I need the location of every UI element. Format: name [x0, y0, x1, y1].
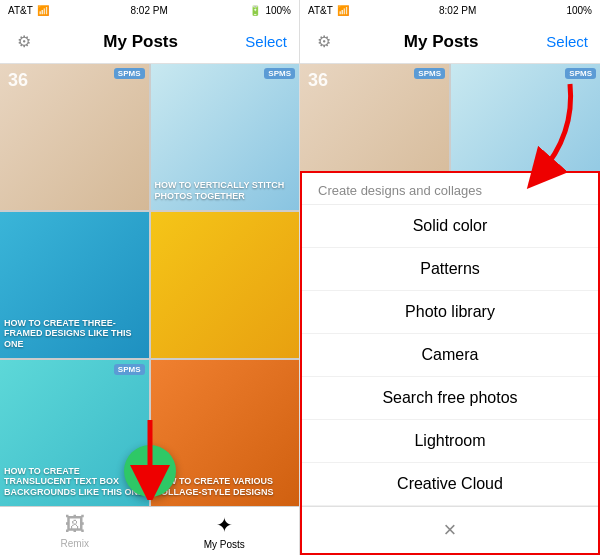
dropdown-item-camera[interactable]: Camera — [302, 334, 598, 377]
tile-text-2: How to Vertically Stitch photos together — [155, 180, 296, 202]
dropdown-item-photo-library[interactable]: Photo library — [302, 291, 598, 334]
dropdown-item-solid-color[interactable]: Solid color — [302, 205, 598, 248]
page-title-right: My Posts — [404, 32, 479, 52]
posts-grid-left: 36 SPMS SPMS How to Vertically Stitch ph… — [0, 64, 299, 506]
settings-icon-right[interactable]: ⚙ — [312, 30, 336, 54]
grid-cell-2[interactable]: SPMS How to Vertically Stitch photos tog… — [151, 64, 300, 210]
select-button-right[interactable]: Select — [546, 33, 588, 50]
tile-number-1: 36 — [8, 70, 28, 91]
left-panel: AT&T 📶 8:02 PM 🔋 100% ⚙ My Posts Select … — [0, 0, 300, 555]
dropdown-item-lightroom[interactable]: Lightroom — [302, 420, 598, 463]
grid-cell-4[interactable] — [151, 212, 300, 358]
dropdown-menu: Create designs and collages Solid color … — [300, 171, 600, 555]
carrier-right: AT&T — [308, 5, 333, 16]
select-button-left[interactable]: Select — [245, 33, 287, 50]
tab-remix[interactable]: 🖼 Remix — [0, 513, 150, 549]
right-panel: AT&T 📶 8:02 PM 100% ⚙ My Posts Select 36… — [300, 0, 600, 555]
grid-cell-1[interactable]: 36 SPMS — [0, 64, 149, 210]
tab-remix-label: Remix — [61, 538, 89, 549]
status-right-right: 100% — [566, 5, 592, 16]
status-bar-left: AT&T 📶 8:02 PM 🔋 100% — [0, 0, 299, 20]
dropdown-item-creative-cloud[interactable]: Creative Cloud — [302, 463, 598, 506]
tab-bar-left: 🖼 Remix ✦ My Posts — [0, 506, 299, 555]
tab-myposts[interactable]: ✦ My Posts — [150, 513, 300, 550]
tile-text-3: How to create THREE-FRAMED DESIGNS like … — [4, 318, 145, 350]
carrier-left: AT&T — [8, 5, 33, 16]
wifi-icon-right: 📶 — [337, 5, 349, 16]
status-left: AT&T 📶 — [8, 5, 49, 16]
myposts-icon: ✦ — [216, 513, 233, 537]
tab-myposts-label: My Posts — [204, 539, 245, 550]
status-left-right: AT&T 📶 — [308, 5, 349, 16]
time-right: 8:02 PM — [439, 5, 476, 16]
status-bar-right: AT&T 📶 8:02 PM 100% — [300, 0, 600, 20]
grid-cell-3[interactable]: How to create THREE-FRAMED DESIGNS like … — [0, 212, 149, 358]
battery-left: 100% — [265, 5, 291, 16]
nav-bar-right: ⚙ My Posts Select — [300, 20, 600, 64]
battery-right: 100% — [566, 5, 592, 16]
tile-badge-1: SPMS — [114, 68, 145, 79]
dropdown-close-button[interactable]: × — [302, 506, 598, 553]
fab-button[interactable]: + — [124, 445, 176, 497]
close-icon: × — [444, 517, 457, 543]
time-left: 8:02 PM — [131, 5, 168, 16]
remix-icon: 🖼 — [65, 513, 85, 536]
dropdown-item-patterns[interactable]: Patterns — [302, 248, 598, 291]
status-right: 🔋 100% — [249, 5, 291, 16]
grid-cell-6[interactable]: How To Create Various COLLAGE-STYLE DESI… — [151, 360, 300, 506]
dropdown-header: Create designs and collages — [302, 173, 598, 205]
tile-text-6: How To Create Various COLLAGE-STYLE DESI… — [155, 476, 296, 498]
nav-bar-left: ⚙ My Posts Select — [0, 20, 299, 64]
bluetooth-icon-left: 🔋 — [249, 5, 261, 16]
page-title-left: My Posts — [103, 32, 178, 52]
posts-grid-right: 36 SPMS SPMS How to Vertically Stitch Ho… — [300, 64, 600, 555]
tile-badge-2: SPMS — [264, 68, 295, 79]
dropdown-item-search-free-photos[interactable]: Search free photos — [302, 377, 598, 420]
fab-icon: + — [141, 455, 157, 487]
tile-badge-5: SPMS — [114, 364, 145, 375]
settings-icon-left[interactable]: ⚙ — [12, 30, 36, 54]
wifi-icon-left: 📶 — [37, 5, 49, 16]
